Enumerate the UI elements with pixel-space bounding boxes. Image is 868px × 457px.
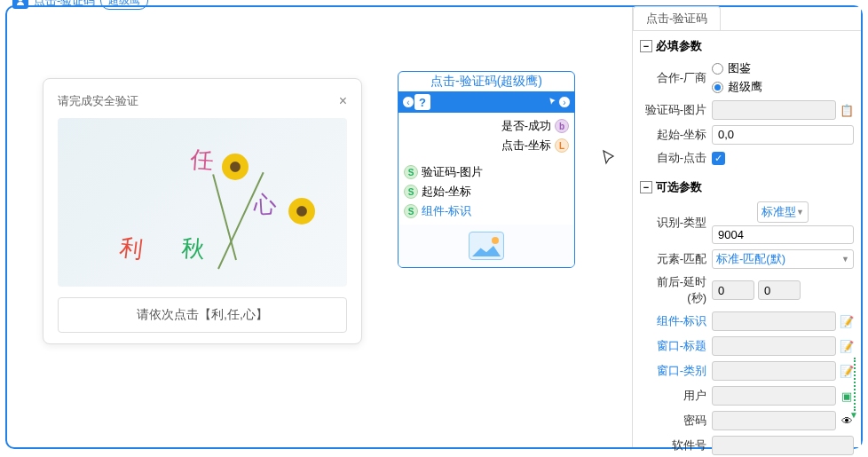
chevron-down-icon: ▼ xyxy=(796,208,804,217)
close-icon[interactable]: × xyxy=(339,93,347,109)
pass-label: 密码 xyxy=(640,413,706,429)
panel-tab[interactable]: 点击-验证码 xyxy=(633,6,721,30)
edit-icon[interactable]: 📝 xyxy=(840,339,854,353)
img-label: 验证码-图片 xyxy=(640,102,706,118)
delay-label: 前后-延时(秒) xyxy=(640,274,706,306)
type-code-input[interactable]: 9004 xyxy=(712,225,854,244)
captcha-char[interactable]: 任 xyxy=(190,144,215,177)
mouse-cursor-icon xyxy=(602,149,616,167)
comp-input[interactable] xyxy=(712,311,836,331)
edit-icon[interactable]: 📝 xyxy=(840,314,854,328)
partner-label: 合作-厂商 xyxy=(640,70,706,86)
node-port-badge[interactable]: b xyxy=(555,119,569,133)
captcha-title: 请完成安全验证 xyxy=(58,93,138,109)
delay-after-input[interactable] xyxy=(758,280,801,300)
cursor-icon xyxy=(548,97,558,107)
required-section-header[interactable]: − 必填参数 xyxy=(640,35,854,58)
node-port-badge[interactable]: S xyxy=(404,165,418,179)
wclass-label[interactable]: 窗口-类别 xyxy=(640,363,706,379)
edit-icon[interactable]: 📝 xyxy=(840,364,854,378)
captcha-image[interactable]: 任心利秋 xyxy=(58,118,347,287)
comp-label[interactable]: 组件-标识 xyxy=(640,313,706,329)
collapse-icon[interactable]: − xyxy=(640,181,652,193)
clipboard-icon[interactable]: 📋 xyxy=(840,103,854,117)
img-input[interactable] xyxy=(712,100,836,120)
coord-label: 起始-坐标 xyxy=(640,127,706,143)
node-input-label: 起始-坐标 xyxy=(422,184,471,200)
flow-arrow-icon xyxy=(854,358,856,411)
node-port-badge[interactable]: S xyxy=(404,204,418,218)
auto-label: 自动-点击 xyxy=(640,150,706,166)
node-port-out[interactable]: › xyxy=(558,96,571,108)
soft-input[interactable] xyxy=(712,436,854,455)
chevron-down-icon: ▼ xyxy=(841,255,849,264)
type-select[interactable]: 标准型▼ xyxy=(757,201,809,223)
optional-section-header[interactable]: − 可选参数 xyxy=(640,176,854,199)
captcha-char[interactable]: 利 xyxy=(118,232,145,266)
node-input-label: 组件-标识 xyxy=(422,203,471,219)
node-title: 点击-验证码(超级鹰) xyxy=(398,72,574,91)
captcha-char[interactable]: 秋 xyxy=(181,232,206,265)
coord-input[interactable]: 0,0 xyxy=(712,125,854,145)
wclass-input[interactable] xyxy=(712,361,836,381)
user-input[interactable] xyxy=(712,386,836,406)
canvas-area[interactable]: 请完成安全验证 × 任心利秋 请依次点击【利,任,心】 点击-验证码(超级鹰) … xyxy=(7,7,632,447)
partner-radio-chaojiying[interactable]: 超级鹰 xyxy=(712,79,762,95)
help-icon[interactable]: ? xyxy=(414,94,430,110)
captcha-instruction[interactable]: 请依次点击【利,任,心】 xyxy=(58,297,347,333)
node-output-label: 点击-坐标 xyxy=(501,138,551,154)
wtitle-label[interactable]: 窗口-标题 xyxy=(640,338,706,354)
node-port-in[interactable]: ‹ xyxy=(402,96,414,108)
image-icon xyxy=(469,232,504,260)
properties-panel: 点击-验证码 − 必填参数 合作-厂商 图鉴 超级鹰 验证码-图片 📋 起始-坐… xyxy=(632,7,861,447)
type-label: 识别-类型 xyxy=(640,215,706,231)
soft-label: 软件号 xyxy=(640,437,706,453)
delay-before-input[interactable] xyxy=(712,280,754,300)
captcha-dialog: 请完成安全验证 × 任心利秋 请依次点击【利,任,心】 xyxy=(43,78,362,344)
node-port-badge[interactable]: S xyxy=(404,185,418,199)
svg-point-0 xyxy=(19,0,23,1)
wtitle-input[interactable] xyxy=(712,336,836,356)
partner-radio-tujian[interactable]: 图鉴 xyxy=(712,60,751,76)
flow-node[interactable]: 点击-验证码(超级鹰) ‹ ? › 是否-成功b点击-坐标L S验证码-图片S起… xyxy=(398,71,575,268)
node-output-label: 是否-成功 xyxy=(501,118,551,134)
node-input-label: 验证码-图片 xyxy=(422,164,483,180)
match-select[interactable]: 标准-匹配(默)▼ xyxy=(712,249,854,269)
auto-checkbox[interactable]: ✓ xyxy=(712,152,725,165)
node-image-slot[interactable] xyxy=(398,225,574,267)
pass-input[interactable] xyxy=(712,411,836,430)
match-label: 元素-匹配 xyxy=(640,251,706,267)
contact-icon[interactable]: ▣ xyxy=(840,389,854,403)
node-port-badge[interactable]: L xyxy=(555,138,569,153)
captcha-char[interactable]: 心 xyxy=(252,188,277,220)
collapse-icon[interactable]: − xyxy=(640,40,652,52)
user-label: 用户 xyxy=(640,388,706,404)
